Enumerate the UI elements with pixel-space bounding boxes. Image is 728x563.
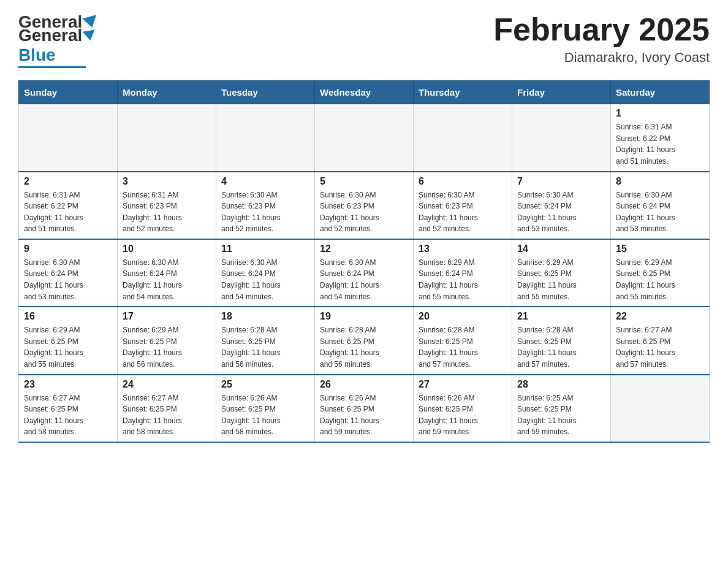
day-info: Sunrise: 6:26 AM Sunset: 6:25 PM Dayligh… <box>221 393 309 438</box>
logo-area: General General Blue <box>18 12 98 68</box>
day-info: Sunrise: 6:30 AM Sunset: 6:24 PM Dayligh… <box>616 190 704 235</box>
calendar-cell: 6Sunrise: 6:30 AM Sunset: 6:23 PM Daylig… <box>414 172 512 239</box>
logo-general-text2: General <box>18 26 82 45</box>
logo-blue-text: Blue <box>18 45 56 65</box>
day-info: Sunrise: 6:26 AM Sunset: 6:25 PM Dayligh… <box>320 393 408 438</box>
location-title: Diamarakro, Ivory Coast <box>493 50 710 66</box>
day-info: Sunrise: 6:30 AM Sunset: 6:24 PM Dayligh… <box>517 190 605 235</box>
calendar-cell: 16Sunrise: 6:29 AM Sunset: 6:25 PM Dayli… <box>19 307 118 374</box>
day-number: 1 <box>616 108 704 119</box>
calendar-body: 1Sunrise: 6:31 AM Sunset: 6:22 PM Daylig… <box>19 104 710 443</box>
calendar-table: SundayMondayTuesdayWednesdayThursdayFrid… <box>18 80 710 443</box>
calendar-cell: 19Sunrise: 6:28 AM Sunset: 6:25 PM Dayli… <box>315 307 414 374</box>
day-info: Sunrise: 6:28 AM Sunset: 6:25 PM Dayligh… <box>419 324 507 370</box>
calendar-cell: 28Sunrise: 6:25 AM Sunset: 6:25 PM Dayli… <box>512 375 611 442</box>
day-info: Sunrise: 6:29 AM Sunset: 6:25 PM Dayligh… <box>616 257 704 302</box>
calendar-cell: 13Sunrise: 6:29 AM Sunset: 6:24 PM Dayli… <box>414 239 512 307</box>
day-info: Sunrise: 6:31 AM Sunset: 6:22 PM Dayligh… <box>24 190 112 235</box>
calendar-cell <box>611 375 710 442</box>
day-number: 10 <box>123 243 211 255</box>
header-monday: Monday <box>118 81 216 104</box>
day-info: Sunrise: 6:30 AM Sunset: 6:23 PM Dayligh… <box>221 190 309 235</box>
calendar-cell: 21Sunrise: 6:28 AM Sunset: 6:25 PM Dayli… <box>512 307 611 374</box>
calendar-header: SundayMondayTuesdayWednesdayThursdayFrid… <box>19 81 710 104</box>
day-info: Sunrise: 6:30 AM Sunset: 6:23 PM Dayligh… <box>320 190 408 235</box>
day-info: Sunrise: 6:30 AM Sunset: 6:24 PM Dayligh… <box>221 257 309 302</box>
logo-underline <box>18 66 86 68</box>
calendar-cell: 15Sunrise: 6:29 AM Sunset: 6:25 PM Dayli… <box>611 239 710 307</box>
day-number: 21 <box>517 311 605 322</box>
day-number: 3 <box>123 176 211 187</box>
day-info: Sunrise: 6:27 AM Sunset: 6:25 PM Dayligh… <box>24 393 112 438</box>
calendar-cell: 14Sunrise: 6:29 AM Sunset: 6:25 PM Dayli… <box>512 239 611 307</box>
day-number: 7 <box>517 176 605 187</box>
day-number: 8 <box>616 176 704 187</box>
day-number: 17 <box>123 311 211 322</box>
day-number: 25 <box>221 379 309 390</box>
day-info: Sunrise: 6:30 AM Sunset: 6:23 PM Dayligh… <box>419 190 507 235</box>
day-info: Sunrise: 6:29 AM Sunset: 6:24 PM Dayligh… <box>419 257 507 302</box>
header-tuesday: Tuesday <box>216 81 315 104</box>
calendar-cell: 27Sunrise: 6:26 AM Sunset: 6:25 PM Dayli… <box>414 375 512 442</box>
calendar-cell: 2Sunrise: 6:31 AM Sunset: 6:22 PM Daylig… <box>19 172 118 239</box>
day-number: 2 <box>24 176 112 187</box>
header-thursday: Thursday <box>414 81 512 104</box>
day-number: 24 <box>123 379 211 390</box>
day-number: 20 <box>419 311 507 322</box>
calendar-cell <box>118 104 216 172</box>
day-number: 15 <box>616 243 704 255</box>
day-number: 27 <box>419 379 507 390</box>
week-row-4: 16Sunrise: 6:29 AM Sunset: 6:25 PM Dayli… <box>19 307 710 374</box>
day-info: Sunrise: 6:28 AM Sunset: 6:25 PM Dayligh… <box>517 324 605 370</box>
month-title: February 2025 <box>493 12 710 47</box>
day-info: Sunrise: 6:25 AM Sunset: 6:25 PM Dayligh… <box>517 393 605 438</box>
calendar-cell: 1Sunrise: 6:31 AM Sunset: 6:22 PM Daylig… <box>611 104 710 172</box>
header-row: SundayMondayTuesdayWednesdayThursdayFrid… <box>19 81 710 104</box>
calendar-cell: 5Sunrise: 6:30 AM Sunset: 6:23 PM Daylig… <box>315 172 414 239</box>
calendar-cell: 8Sunrise: 6:30 AM Sunset: 6:24 PM Daylig… <box>611 172 710 239</box>
day-number: 19 <box>320 311 408 322</box>
day-info: Sunrise: 6:30 AM Sunset: 6:24 PM Dayligh… <box>320 257 408 302</box>
week-row-1: 1Sunrise: 6:31 AM Sunset: 6:22 PM Daylig… <box>19 104 710 172</box>
day-info: Sunrise: 6:26 AM Sunset: 6:25 PM Dayligh… <box>419 393 507 438</box>
calendar-cell: 12Sunrise: 6:30 AM Sunset: 6:24 PM Dayli… <box>315 239 414 307</box>
calendar-cell: 26Sunrise: 6:26 AM Sunset: 6:25 PM Dayli… <box>315 375 414 442</box>
day-info: Sunrise: 6:30 AM Sunset: 6:24 PM Dayligh… <box>123 257 211 302</box>
header-wednesday: Wednesday <box>315 81 414 104</box>
day-info: Sunrise: 6:28 AM Sunset: 6:25 PM Dayligh… <box>221 324 309 370</box>
day-info: Sunrise: 6:31 AM Sunset: 6:23 PM Dayligh… <box>123 190 211 235</box>
calendar-cell: 7Sunrise: 6:30 AM Sunset: 6:24 PM Daylig… <box>512 172 611 239</box>
day-number: 13 <box>419 243 507 255</box>
day-number: 4 <box>221 176 309 187</box>
day-info: Sunrise: 6:29 AM Sunset: 6:25 PM Dayligh… <box>517 257 605 302</box>
calendar-cell: 17Sunrise: 6:29 AM Sunset: 6:25 PM Dayli… <box>118 307 216 374</box>
day-info: Sunrise: 6:29 AM Sunset: 6:25 PM Dayligh… <box>123 324 211 370</box>
day-number: 9 <box>24 243 112 255</box>
calendar-cell <box>19 104 118 172</box>
calendar-cell: 18Sunrise: 6:28 AM Sunset: 6:25 PM Dayli… <box>216 307 315 374</box>
calendar-cell: 24Sunrise: 6:27 AM Sunset: 6:25 PM Dayli… <box>118 375 216 442</box>
week-row-3: 9Sunrise: 6:30 AM Sunset: 6:24 PM Daylig… <box>19 239 710 307</box>
title-area: February 2025 Diamarakro, Ivory Coast <box>493 12 710 66</box>
calendar-cell: 10Sunrise: 6:30 AM Sunset: 6:24 PM Dayli… <box>118 239 216 307</box>
calendar-cell <box>512 104 611 172</box>
day-number: 11 <box>221 243 309 255</box>
header-saturday: Saturday <box>611 81 710 104</box>
day-info: Sunrise: 6:30 AM Sunset: 6:24 PM Dayligh… <box>24 257 112 302</box>
calendar-cell: 25Sunrise: 6:26 AM Sunset: 6:25 PM Dayli… <box>216 375 315 442</box>
day-number: 14 <box>517 243 605 255</box>
day-info: Sunrise: 6:27 AM Sunset: 6:25 PM Dayligh… <box>616 324 704 370</box>
calendar-cell: 9Sunrise: 6:30 AM Sunset: 6:24 PM Daylig… <box>19 239 118 307</box>
week-row-2: 2Sunrise: 6:31 AM Sunset: 6:22 PM Daylig… <box>19 172 710 239</box>
calendar-cell: 23Sunrise: 6:27 AM Sunset: 6:25 PM Dayli… <box>19 375 118 442</box>
day-number: 16 <box>24 311 112 322</box>
header-sunday: Sunday <box>19 81 118 104</box>
calendar-cell <box>315 104 414 172</box>
day-info: Sunrise: 6:31 AM Sunset: 6:22 PM Dayligh… <box>616 121 704 167</box>
page-header: General General Blue February 2025 Diama… <box>18 12 710 68</box>
day-info: Sunrise: 6:28 AM Sunset: 6:25 PM Dayligh… <box>320 324 408 370</box>
calendar-cell <box>414 104 512 172</box>
day-number: 22 <box>616 311 704 322</box>
calendar-cell: 20Sunrise: 6:28 AM Sunset: 6:25 PM Dayli… <box>414 307 512 374</box>
day-number: 5 <box>320 176 408 187</box>
